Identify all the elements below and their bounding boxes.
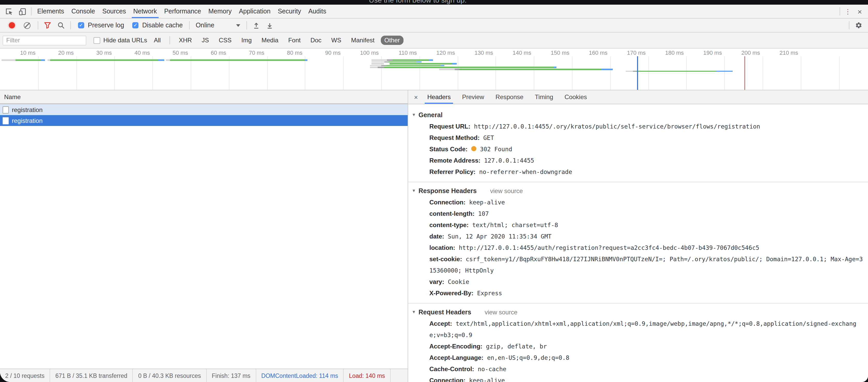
filter-type-font[interactable]: Font	[285, 36, 304, 45]
timeline-gridline	[458, 56, 458, 90]
request-name: registration	[12, 117, 43, 124]
status-code-badge	[471, 146, 476, 151]
column-header-name[interactable]: Name	[0, 90, 408, 104]
section-title-text: General	[418, 111, 442, 119]
load-marker-line	[744, 56, 745, 90]
header-value: text/html,application/xhtml+xml,applicat…	[429, 320, 857, 339]
close-devtools-icon[interactable]: ×	[854, 7, 866, 16]
header-value: 107	[478, 210, 489, 217]
timeline-tick-label: 110 ms	[399, 49, 420, 56]
filter-input[interactable]	[3, 35, 86, 45]
details-tab-cookies[interactable]: Cookies	[559, 90, 593, 104]
section-title[interactable]: ▼Request Headersview source	[408, 307, 868, 318]
section-response-headers: ▼Response Headersview sourceConnection:k…	[408, 182, 868, 304]
filter-type-xhr[interactable]: XHR	[175, 36, 195, 45]
filter-type-css[interactable]: CSS	[215, 36, 235, 45]
filter-type-img[interactable]: Img	[238, 36, 255, 45]
timeline-tick-label: 200 ms	[741, 49, 763, 56]
waterfall-bar-segment	[387, 59, 393, 61]
timeline-gridline	[534, 56, 534, 90]
filter-type-manifest[interactable]: Manifest	[347, 36, 378, 45]
throttling-dropdown[interactable]: Online	[195, 22, 240, 29]
requests-empty-area	[0, 126, 408, 369]
timeline-tick-label: 10 ms	[20, 49, 38, 56]
hide-data-urls-checkbox[interactable]	[94, 37, 100, 44]
filter-type-other[interactable]: Other	[381, 36, 404, 45]
timeline-gridline	[801, 56, 801, 90]
timeline-gridline	[839, 56, 839, 90]
more-options-icon[interactable]: ⋮	[842, 7, 854, 15]
section-title[interactable]: ▼General	[408, 109, 868, 121]
filter-type-ws[interactable]: WS	[328, 36, 345, 45]
disclosure-triangle-icon: ▼	[412, 112, 416, 117]
tab-console[interactable]: Console	[68, 5, 99, 18]
waterfall-bar-segment	[371, 59, 387, 61]
header-row: Connection:keep-alive	[408, 375, 868, 382]
tab-network[interactable]: Network	[130, 5, 161, 18]
clear-network-log-button[interactable]	[24, 22, 30, 29]
close-details-icon[interactable]: ×	[410, 93, 422, 101]
gear-icon	[855, 22, 862, 29]
header-value: gzip, deflate, br	[486, 343, 547, 350]
export-har-button[interactable]	[264, 20, 276, 31]
tab-sources[interactable]: Sources	[99, 5, 130, 18]
preserve-log-checkbox[interactable]: ✓	[78, 22, 84, 28]
details-tabbar: × HeadersPreviewResponseTimingCookies	[408, 90, 868, 104]
disable-cache-checkbox[interactable]: ✓	[132, 22, 138, 28]
summary-segment: 2 / 10 requests	[0, 369, 50, 382]
network-toolbar: ✓ Preserve log ✓ Disable cache Online	[0, 19, 868, 33]
header-key: Request Method:	[429, 134, 480, 141]
header-key: set-cookie:	[429, 255, 462, 263]
waterfall-bar-segment	[371, 61, 384, 63]
view-source-link[interactable]: view source	[485, 309, 518, 316]
header-value: no-referrer-when-downgrade	[479, 168, 572, 175]
timeline-tick-label: 90 ms	[325, 49, 343, 56]
divider	[246, 21, 247, 29]
details-tab-headers[interactable]: Headers	[422, 90, 457, 104]
view-source-link[interactable]: view source	[490, 187, 523, 195]
network-overview-band[interactable]: 10 ms20 ms30 ms40 ms50 ms60 ms70 ms80 ms…	[0, 48, 868, 90]
filter-type-media[interactable]: Media	[258, 36, 282, 45]
details-tab-response[interactable]: Response	[490, 90, 529, 104]
filter-toggle-button[interactable]	[41, 20, 54, 31]
timeline-gridline	[648, 56, 649, 90]
device-toolbar-button[interactable]	[16, 5, 29, 18]
settings-button[interactable]	[852, 20, 865, 31]
search-button[interactable]	[55, 20, 67, 31]
table-row-registration[interactable]: registration	[0, 115, 408, 126]
inspect-element-button[interactable]	[2, 5, 16, 18]
timeline-gridline	[572, 56, 572, 90]
section-title[interactable]: ▼Response Headersview source	[408, 185, 868, 197]
import-har-button[interactable]	[250, 20, 262, 31]
record-network-log-button[interactable]	[9, 22, 15, 28]
header-value: 302 Found	[480, 146, 512, 153]
header-value: keep-alive	[469, 199, 505, 206]
waterfall-bar-segment	[371, 63, 383, 64]
timeline-tick-label: 210 ms	[779, 49, 801, 56]
hide-data-urls-label: Hide data URLs	[103, 37, 147, 44]
filter-type-all[interactable]: All	[150, 36, 164, 45]
timeline-gridline	[724, 56, 725, 90]
header-key: date:	[429, 233, 444, 240]
request-name: registration	[12, 106, 43, 113]
details-tab-preview[interactable]: Preview	[457, 90, 490, 104]
timeline-gridline	[343, 56, 344, 90]
table-row-registration[interactable]: registration	[0, 104, 408, 115]
waterfall-bar-segment	[601, 69, 613, 70]
details-tabs: HeadersPreviewResponseTimingCookies	[422, 90, 593, 104]
tab-performance[interactable]: Performance	[160, 5, 205, 18]
filter-type-js[interactable]: JS	[198, 36, 213, 45]
waterfall-bar-segment	[716, 70, 733, 72]
header-key: Status Code:	[429, 146, 468, 153]
tab-audits[interactable]: Audits	[305, 5, 330, 18]
details-tab-timing[interactable]: Timing	[529, 90, 559, 104]
filter-type-doc[interactable]: Doc	[307, 36, 325, 45]
tab-memory[interactable]: Memory	[205, 5, 235, 18]
waterfall-bar-segment	[381, 65, 386, 66]
divider	[31, 7, 32, 15]
tab-security[interactable]: Security	[274, 5, 305, 18]
tab-elements[interactable]: Elements	[34, 5, 68, 18]
header-value: Sun, 12 Apr 2020 11:35:34 GMT	[448, 233, 552, 240]
tab-application[interactable]: Application	[235, 5, 274, 18]
timeline-gridline	[496, 56, 496, 90]
